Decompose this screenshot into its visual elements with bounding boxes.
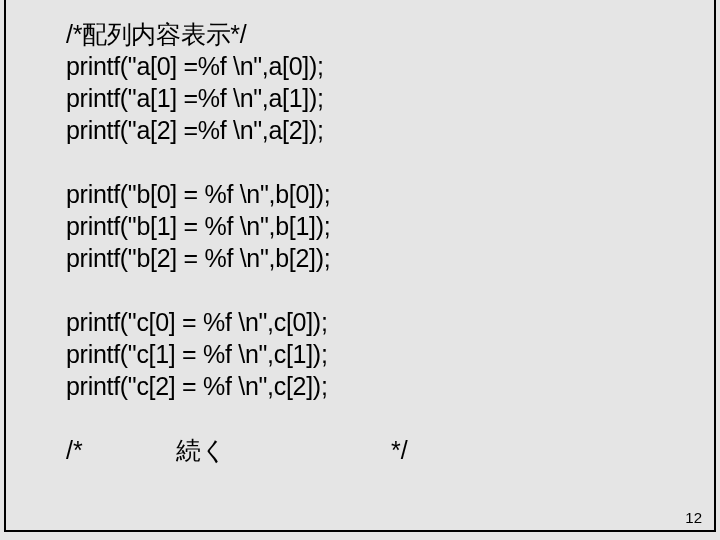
comment-line: /*配列内容表示*/: [66, 18, 654, 50]
code-line-c1: printf("c[1] = %f \n",c[1]);: [66, 338, 654, 370]
tail-close: */: [391, 434, 408, 466]
code-line-a0: printf("a[0] =%f \n",a[0]);: [66, 50, 654, 82]
code-line-c2: printf("c[2] = %f \n",c[2]);: [66, 370, 654, 402]
code-line-b1: printf("b[1] = %f \n",b[1]);: [66, 210, 654, 242]
blank-line: [66, 146, 654, 178]
code-line-b2: printf("b[2] = %f \n",b[2]);: [66, 242, 654, 274]
code-line-b0: printf("b[0] = %f \n",b[0]);: [66, 178, 654, 210]
code-line-a1: printf("a[1] =%f \n",a[1]);: [66, 82, 654, 114]
tail-mid: 続く: [176, 434, 391, 466]
blank-line: [66, 402, 654, 434]
page-number: 12: [685, 509, 702, 526]
tail-open: /*: [66, 434, 176, 466]
blank-line: [66, 274, 654, 306]
code-line-c0: printf("c[0] = %f \n",c[0]);: [66, 306, 654, 338]
code-container: /*配列内容表示*/ printf("a[0] =%f \n",a[0]); p…: [4, 0, 716, 532]
tail-comment: /* 続く */: [66, 434, 654, 466]
code-line-a2: printf("a[2] =%f \n",a[2]);: [66, 114, 654, 146]
